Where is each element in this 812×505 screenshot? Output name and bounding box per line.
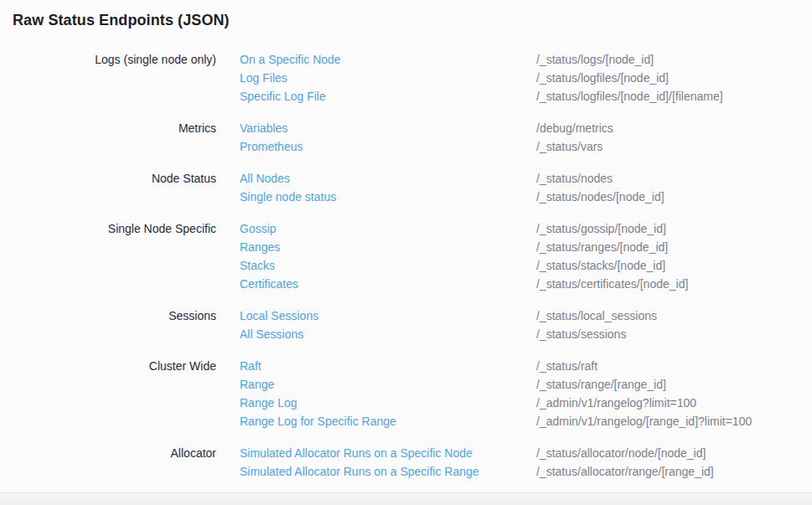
endpoint-link[interactable]: Log Files: [240, 71, 287, 85]
endpoint-link[interactable]: All Sessions: [240, 327, 303, 341]
endpoint-link[interactable]: All Nodes: [240, 172, 290, 185]
page-title: Raw Status Endpoints (JSON): [13, 10, 812, 30]
endpoint-path: /_status/raft: [536, 357, 812, 375]
endpoint-path: /_status/ranges/[node_id]: [536, 238, 812, 256]
group-label: Cluster Wide: [13, 357, 240, 375]
endpoint-path: /_status/vars: [536, 137, 812, 156]
group-paths: /_status/gossip/[node_id]/_status/ranges…: [536, 219, 812, 293]
endpoint-link[interactable]: Range Log for Specific Range: [240, 415, 396, 428]
endpoint-link-row: Ranges: [240, 238, 536, 256]
endpoint-link-row: Single node status: [240, 188, 536, 206]
group-links: GossipRangesStacksCertificates: [240, 219, 536, 293]
endpoint-path: /_status/local_sessions: [536, 307, 812, 325]
group-label: Single Node Specific: [13, 219, 240, 238]
group-links: Local SessionsAll Sessions: [240, 307, 536, 343]
endpoint-path: /_status/allocator/node/[node_id]: [536, 444, 812, 462]
endpoint-path: /_status/gossip/[node_id]: [536, 219, 812, 238]
group-paths: /_status/raft/_status/range/[range_id]/_…: [536, 357, 812, 430]
group-links: All NodesSingle node status: [240, 169, 536, 206]
group-links: Simulated Allocator Runs on a Specific N…: [240, 444, 536, 481]
endpoint-link-row: All Sessions: [240, 325, 536, 343]
footer-band: [0, 492, 812, 505]
group-label: Metrics: [13, 119, 240, 137]
endpoint-link-row: Specific Log File: [240, 87, 536, 106]
endpoint-path: /_status/certificates/[node_id]: [536, 275, 812, 293]
endpoint-link-row: Local Sessions: [240, 307, 536, 325]
endpoint-link[interactable]: Prometheus: [240, 140, 303, 153]
raw-status-endpoints-page: Raw Status Endpoints (JSON) Logs (single…: [0, 0, 812, 505]
endpoint-groups: Logs (single node only) On a Specific No…: [13, 50, 812, 481]
group-label: Allocator: [13, 444, 240, 462]
endpoint-link-row: Prometheus: [240, 137, 536, 156]
group-paths: /_status/logs/[node_id]/_status/logfiles…: [536, 50, 812, 106]
endpoint-path: /_status/nodes: [536, 169, 812, 188]
endpoint-link-row: Simulated Allocator Runs on a Specific R…: [240, 462, 536, 481]
endpoint-link[interactable]: Simulated Allocator Runs on a Specific R…: [240, 465, 479, 478]
endpoint-link[interactable]: Ranges: [240, 240, 280, 254]
endpoint-path: /_status/allocator/range/[range_id]: [536, 462, 812, 481]
group-label: Node Status: [13, 169, 240, 188]
endpoint-link-row: Range Log: [240, 394, 536, 412]
group-label: Sessions: [13, 307, 240, 325]
endpoint-path: /_status/sessions: [536, 325, 812, 343]
endpoint-link-row: Certificates: [240, 275, 536, 293]
endpoint-group: Node Status All NodesSingle node status …: [13, 169, 812, 206]
endpoint-group: Single Node Specific GossipRangesStacksC…: [13, 219, 812, 293]
group-links: VariablesPrometheus: [240, 119, 536, 156]
endpoint-path: /_status/range/[range_id]: [536, 375, 812, 394]
endpoint-group: Metrics VariablesPrometheus /debug/metri…: [13, 119, 812, 156]
page-content: Raw Status Endpoints (JSON) Logs (single…: [0, 0, 812, 481]
endpoint-link-row: Range: [240, 375, 536, 394]
group-paths: /_status/nodes/_status/nodes/[node_id]: [536, 169, 812, 206]
endpoint-link[interactable]: Simulated Allocator Runs on a Specific N…: [240, 446, 473, 460]
endpoint-link-row: On a Specific Node: [240, 50, 536, 69]
endpoint-link[interactable]: Local Sessions: [240, 309, 318, 322]
endpoint-path: /_status/logs/[node_id]: [536, 50, 812, 69]
endpoint-path: /_status/nodes/[node_id]: [536, 188, 812, 206]
endpoint-link[interactable]: Single node status: [240, 190, 336, 204]
endpoint-path: /debug/metrics: [536, 119, 812, 137]
endpoint-link-row: Stacks: [240, 256, 536, 275]
group-links: On a Specific NodeLog FilesSpecific Log …: [240, 50, 536, 106]
endpoint-path: /_admin/v1/rangelog?limit=100: [536, 394, 812, 412]
endpoint-link[interactable]: Gossip: [240, 222, 277, 235]
endpoint-link-row: Variables: [240, 119, 536, 137]
endpoint-group: Allocator Simulated Allocator Runs on a …: [13, 444, 812, 481]
endpoint-path: /_status/logfiles/[node_id]/[filename]: [536, 87, 812, 106]
endpoint-link-row: Gossip: [240, 219, 536, 238]
endpoint-link-row: All Nodes: [240, 169, 536, 188]
endpoint-link-row: Raft: [240, 357, 536, 375]
endpoint-link[interactable]: On a Specific Node: [240, 53, 341, 66]
endpoint-group: Cluster Wide RaftRangeRange LogRange Log…: [13, 357, 812, 430]
endpoint-group: Logs (single node only) On a Specific No…: [13, 50, 812, 106]
group-paths: /_status/allocator/node/[node_id]/_statu…: [536, 444, 812, 481]
endpoint-link[interactable]: Range: [240, 378, 274, 391]
endpoint-link-row: Range Log for Specific Range: [240, 412, 536, 430]
endpoint-path: /_admin/v1/rangelog/[range_id]?limit=100: [536, 412, 812, 430]
endpoint-link[interactable]: Raft: [240, 359, 261, 373]
endpoint-path: /_status/stacks/[node_id]: [536, 256, 812, 275]
group-paths: /_status/local_sessions/_status/sessions: [536, 307, 812, 343]
endpoint-link[interactable]: Certificates: [240, 277, 298, 291]
endpoint-link-row: Simulated Allocator Runs on a Specific N…: [240, 444, 536, 462]
endpoint-link[interactable]: Range Log: [240, 396, 297, 410]
endpoint-link-row: Log Files: [240, 69, 536, 87]
group-paths: /debug/metrics/_status/vars: [536, 119, 812, 156]
endpoint-link[interactable]: Specific Log File: [240, 90, 326, 103]
endpoint-group: Sessions Local SessionsAll Sessions /_st…: [13, 307, 812, 343]
group-label: Logs (single node only): [13, 50, 240, 69]
group-links: RaftRangeRange LogRange Log for Specific…: [240, 357, 536, 430]
endpoint-link[interactable]: Stacks: [240, 259, 275, 272]
endpoint-path: /_status/logfiles/[node_id]: [536, 69, 812, 87]
endpoint-link[interactable]: Variables: [240, 121, 287, 135]
